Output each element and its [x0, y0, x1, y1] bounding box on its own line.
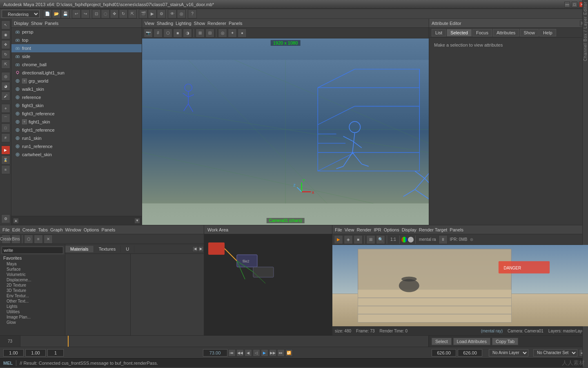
select-tool[interactable]: ↖: [1, 20, 10, 29]
maximize-button[interactable]: □: [572, 2, 577, 7]
soft-mod-tool[interactable]: ◎: [1, 72, 10, 81]
hs-sidebar-item-Volumetric[interactable]: Volumetric: [0, 272, 65, 277]
snap-surface-tool[interactable]: □: [1, 123, 10, 132]
play-back-btn[interactable]: ◁: [253, 349, 260, 357]
rv-view-menu[interactable]: View: [345, 227, 354, 232]
snap-curves-tool[interactable]: ⌒: [1, 114, 10, 123]
rotate-tool[interactable]: ↻: [1, 50, 10, 59]
mode-dropdown[interactable]: Rendering Animation Dynamics Polygons: [2, 10, 40, 18]
expand-btn[interactable]: +: [22, 119, 27, 124]
hs-materials-tab[interactable]: Materials: [65, 246, 94, 252]
hs-bins-tab[interactable]: Bins: [11, 235, 20, 244]
rv-ipr-status-icon[interactable]: [470, 238, 474, 242]
scene-item-fight3_reference[interactable]: fight3_reference: [11, 110, 142, 118]
settings-btn[interactable]: ⚙: [1, 214, 10, 223]
solid-icon[interactable]: ■: [173, 29, 182, 38]
hs-create-menu[interactable]: Create: [22, 227, 36, 232]
hs-sidebar-item-2D_Texture[interactable]: 2D Texture: [0, 283, 65, 288]
scene-item-top[interactable]: top: [11, 36, 142, 44]
range-end-field-2[interactable]: [432, 349, 456, 357]
xray-icon[interactable]: ✦: [228, 29, 237, 38]
hs-list-icon[interactable]: ≡: [34, 235, 43, 244]
hs-textures-tab[interactable]: Textures: [94, 246, 121, 252]
work-area-canvas[interactable]: file2: [204, 234, 332, 335]
rv-file-menu[interactable]: File: [335, 227, 342, 232]
hs-edit-menu[interactable]: Edit: [12, 227, 20, 232]
frame-sel-icon[interactable]: ⊟: [205, 29, 214, 38]
hs-add-tab-btn[interactable]: ◀: [192, 246, 198, 252]
tab-focus[interactable]: Focus: [472, 29, 492, 36]
scene-item-grp_world[interactable]: +grp_world: [11, 77, 142, 85]
hs-options-menu[interactable]: Options: [84, 227, 99, 232]
undo-icon[interactable]: ↩: [72, 9, 81, 18]
paint-tool[interactable]: 🖌: [1, 92, 10, 101]
scene-item-fight1_reference[interactable]: fight1_reference: [11, 126, 142, 134]
save-file-icon[interactable]: 💾: [61, 9, 70, 18]
rv-fit-icon[interactable]: ⊞: [366, 235, 375, 244]
render-settings-icon[interactable]: ⚙: [157, 9, 166, 18]
rv-pause-icon[interactable]: ⏸: [439, 235, 448, 244]
render-btn[interactable]: ▶: [1, 146, 10, 155]
move-icon[interactable]: ✥: [110, 9, 119, 18]
rv-stop-btn[interactable]: ■: [354, 235, 363, 244]
current-frame-field[interactable]: [203, 349, 227, 357]
scroll-up-arrow[interactable]: ▲: [13, 218, 19, 224]
hs-sidebar-item-Other_Text[interactable]: Other Text...: [0, 298, 65, 304]
tab-selected[interactable]: Selected: [447, 29, 472, 36]
sculpt-tool[interactable]: ◕: [1, 82, 10, 91]
scene-item-directionalLight1_sun[interactable]: directionalLight1_sun: [11, 69, 142, 77]
rv-render-btn[interactable]: ▶: [334, 235, 343, 244]
select-icon[interactable]: ⊡: [92, 9, 101, 18]
hs-panels-menu[interactable]: Panels: [102, 227, 116, 232]
hs-sidebar-item-Glow[interactable]: Glow: [0, 320, 65, 325]
move-tool[interactable]: ✥: [1, 40, 10, 49]
wireframe-icon[interactable]: ⬡: [163, 29, 172, 38]
minimize-button[interactable]: —: [564, 2, 570, 7]
prev-frame-btn[interactable]: ◀: [245, 349, 252, 357]
select-button[interactable]: Select: [432, 338, 452, 345]
scene-item-side[interactable]: side: [11, 52, 142, 61]
show-hide-icon[interactable]: 👁: [168, 9, 177, 18]
panels-menu[interactable]: Panels: [45, 21, 59, 26]
scene-item-chrome_ball[interactable]: chrome_ball: [11, 61, 142, 69]
go-to-end-btn[interactable]: ⏭: [277, 349, 285, 357]
copy-tab-button[interactable]: Copy Tab: [492, 338, 518, 345]
display-menu[interactable]: Display: [14, 21, 29, 26]
range-end-field[interactable]: [25, 349, 46, 357]
channels-btn[interactable]: ≡: [1, 165, 10, 174]
isolate-sel-icon[interactable]: ◎: [218, 29, 227, 38]
hs-graph-menu[interactable]: Graph: [50, 227, 63, 232]
grid-icon[interactable]: #: [154, 29, 163, 38]
go-to-start-btn[interactable]: ⏮: [228, 349, 236, 357]
hs-sidebar-item-Favorites[interactable]: Favorites: [0, 255, 65, 261]
smooth-shade-icon[interactable]: ●: [238, 29, 247, 38]
rv-alpha-icon[interactable]: [408, 237, 414, 242]
scene-item-fight3_skin[interactable]: fight3_skin: [11, 101, 142, 110]
rotate-icon[interactable]: ↻: [119, 9, 128, 18]
anim-layer-select[interactable]: No Anim Layer: [489, 349, 528, 357]
scene-item-run1_reference[interactable]: run1_reference: [11, 142, 142, 150]
load-attributes-button[interactable]: Load Attributes: [453, 338, 490, 345]
rv-ipr-menu[interactable]: IPR: [374, 227, 381, 232]
hs-sidebar-item-Surface[interactable]: Surface: [0, 267, 65, 272]
scene-item-persp[interactable]: persp: [11, 28, 142, 36]
rv-zoom-icon[interactable]: 🔍: [376, 235, 385, 244]
tab-list[interactable]: List: [432, 29, 446, 36]
tab-show[interactable]: Show: [520, 29, 539, 36]
scene-item-cartwheel_skin[interactable]: cartwheel_skin: [11, 150, 142, 159]
render-icon[interactable]: 🎬: [139, 9, 148, 18]
hs-tabs-menu[interactable]: Tabs: [38, 227, 48, 232]
tab-help[interactable]: Help: [539, 29, 556, 36]
range-end-field-3[interactable]: [458, 349, 482, 357]
view-menu[interactable]: View: [145, 21, 154, 26]
open-file-icon[interactable]: 📂: [52, 9, 61, 18]
rv-render-menu[interactable]: Render: [356, 227, 371, 232]
loop-btn[interactable]: 🔁: [285, 349, 293, 357]
hs-window-menu[interactable]: Window: [65, 227, 81, 232]
hs-u-tab[interactable]: U: [121, 246, 134, 252]
hs-sidebar-item-Displaceme[interactable]: Displaceme...: [0, 277, 65, 283]
viewport-canvas[interactable]: 1920 x 1080: [142, 38, 429, 225]
rv-ipr-btn[interactable]: ◈: [344, 235, 353, 244]
help-icon[interactable]: ?: [188, 9, 197, 18]
hs-graph-icon[interactable]: ⬡: [24, 235, 33, 244]
